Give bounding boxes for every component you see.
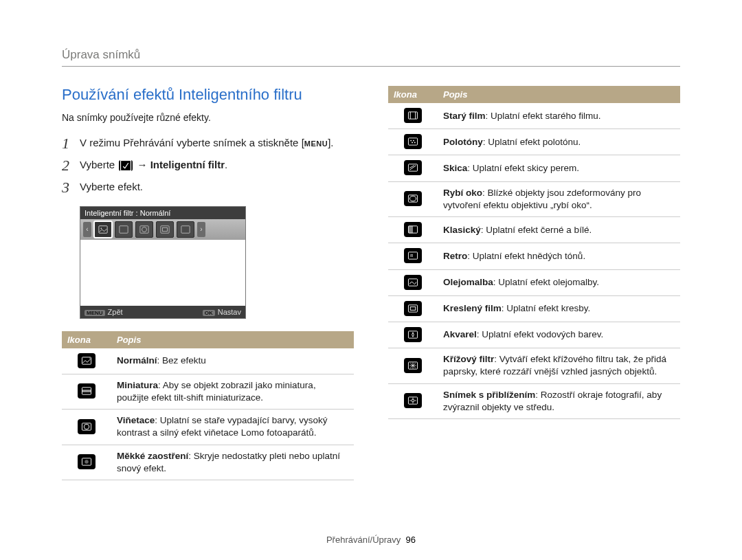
svg-rect-3 [120,225,128,233]
step-number: 2 [62,157,80,174]
effect-desc-cell: Polotóny: Uplatní efekt polotónu. [438,129,680,155]
svg-rect-12 [82,390,91,393]
effect-icon-cell [388,383,438,418]
th-icon: Ikona [62,331,111,348]
right-column: Ikona Popis Starý film: Uplatní efekt st… [388,86,680,480]
svg-point-23 [412,142,413,144]
steps-list: 1 V režimu Přehrávání vyberte snímek a s… [62,135,354,197]
screen-back: MENUZpět [85,308,123,316]
screen-title: Inteligentní filtr : Normální [80,207,245,219]
effect-icon-cell [62,374,111,409]
th-desc: Popis [438,86,680,103]
svg-point-24 [414,142,416,144]
cross-icon [404,358,422,373]
effect-desc-cell: Normální: Bez efektu [111,348,354,374]
effect-desc-cell: Starý film: Uplatní efekt starého filmu. [438,103,680,129]
effects-table-left: Ikona Popis +Normální: Bez efektuMiniatu… [62,331,354,481]
svg-point-27 [409,197,416,201]
effect-desc-cell: Miniatura: Aby se objekt zobrazil jako m… [111,374,354,409]
edit-icon [119,160,133,171]
effect-icon-cell [62,445,111,480]
svg-rect-8 [181,225,190,233]
effect-desc-cell: Akvarel: Uplatní efekt vodových barev. [438,322,680,348]
svg-point-2 [101,227,102,229]
th-desc: Popis [111,331,354,348]
svg-rect-20 [408,138,417,145]
effect-name: Akvarel [443,329,477,339]
step-2: 2 Vyberte → Inteligentní filtr. [62,157,354,174]
effect-icon-cell: R [388,243,438,269]
effect-name: Klasický [443,225,481,235]
effect-name: Retro [443,251,467,261]
table-row: RRetro: Uplatní efekt hnědých tónů. [388,243,680,269]
step-text: V režimu Přehrávání vyberte snímek a sti… [80,135,354,151]
effect-name: Miniatura [117,380,158,390]
effect-desc-cell: Retro: Uplatní efekt hnědých tónů. [438,243,680,269]
svg-rect-29 [408,226,413,233]
effect-name: Olejomalba [443,277,493,287]
effect-name: Skica [443,163,467,173]
halftone-icon [404,134,422,149]
section-intro: Na snímky používejte různé efekty. [62,112,354,123]
table-row: Rybí oko: Blízké objekty jsou zdeformová… [388,181,680,216]
filter-strip: ‹ › [80,219,245,240]
effect-icon-cell [62,410,111,445]
svg-rect-33 [408,305,417,312]
effect-desc: : Uplatní efekt starého filmu. [486,111,601,121]
table-row: Kreslený film: Uplatní efekt kresby. [388,295,680,322]
effect-desc-cell: Kreslený film: Uplatní efekt kresby. [438,295,680,322]
svg-point-14 [84,424,89,429]
th-icon: Ikona [388,86,438,103]
strip-prev-icon: ‹ [83,222,91,237]
page-footer: Přehrávání/Úpravy 96 [0,535,742,545]
filter-thumb [177,221,194,238]
effect-desc-cell: Klasický: Uplatní efekt černé a bílé. [438,217,680,243]
screen-preview-area [80,240,245,306]
svg-rect-6 [161,225,169,233]
effect-desc-cell: Skica: Uplatní efekt skicy perem. [438,155,680,181]
table-row: Olejomalba: Uplatní efekt olejomalby. [388,269,680,295]
svg-text:R: R [410,254,413,258]
effect-icon-cell [388,295,438,322]
effect-desc-cell: Křížový filtr: Vytváří efekt křížového f… [438,348,680,383]
camera-screen-mock: Inteligentní filtr : Normální ‹ › MENUZp… [80,206,246,319]
step-number: 1 [62,135,80,152]
section-title: Používání efektů Inteligentního filtru [62,86,354,104]
table-row: Polotóny: Uplatní efekt polotónu. [388,129,680,155]
table-row: +Normální: Bez efektu [62,348,354,374]
svg-point-38 [412,399,414,402]
effect-desc: : Uplatní efekt olejomalby. [493,277,599,287]
screen-footer: MENUZpět OKNastav [80,306,245,318]
oil-icon [404,275,422,290]
vignette-icon [78,419,95,434]
zoom-icon [404,393,422,408]
effect-name: Snímek s přiblížením [443,390,535,400]
step-number: 3 [62,179,80,196]
step-3: 3 Vyberte efekt. [62,179,354,196]
table-row: Starý film: Uplatní efekt starého filmu. [388,103,680,129]
normal-icon: + [78,353,95,368]
strip-next-icon: › [197,222,205,237]
effect-name: Rybí oko [443,188,482,198]
step-text: Vyberte → Inteligentní filtr. [80,157,354,173]
effect-desc-cell: Měkké zaostření: Skryje nedostatky pleti… [111,445,354,480]
water-icon [404,327,422,342]
table-row: Snímek s přiblížením: Rozostří okraje fo… [388,383,680,418]
table-row: Klasický: Uplatní efekt černé a bílé. [388,217,680,243]
effect-icon-cell: + [62,348,111,374]
table-row: Akvarel: Uplatní efekt vodových barev. [388,322,680,348]
effect-desc: : Bez efektu [157,355,206,366]
svg-point-22 [413,140,414,142]
svg-rect-0 [121,161,131,171]
table-row: Měkké zaostření: Skryje nedostatky pleti… [62,445,354,480]
oldfilm-icon [404,108,422,123]
step-1: 1 V režimu Přehrávání vyberte snímek a s… [62,135,354,152]
effect-desc-cell: Olejomalba: Uplatní efekt olejomalby. [438,269,680,295]
menu-button-label: MENU [304,138,328,150]
svg-rect-34 [410,306,415,310]
effect-desc: : Uplatní efekt polotónu. [483,137,581,147]
cartoon-icon [404,301,422,316]
sketch-icon [404,160,422,175]
fisheye-icon [404,191,422,206]
filter-thumb [135,221,153,238]
